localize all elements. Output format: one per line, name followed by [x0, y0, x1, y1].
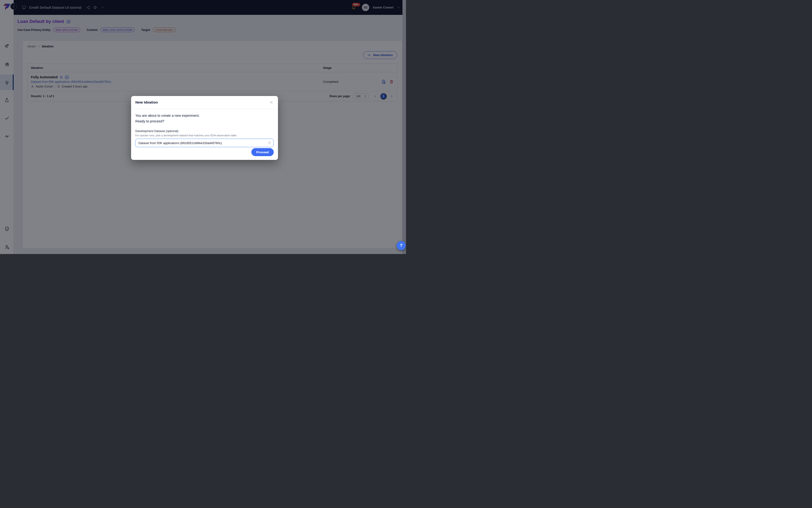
- modal-body-line1: You are about to create a new experiment…: [135, 114, 274, 118]
- dataset-input[interactable]: [135, 139, 274, 147]
- app-window: Credit Default Dataset UI tutorial ⚙: [0, 0, 406, 254]
- close-icon: [268, 141, 271, 144]
- dataset-field-label: Development Dataset (optional): [135, 129, 274, 133]
- proceed-button[interactable]: Proceed: [251, 148, 274, 156]
- help-button[interactable]: ?: [397, 241, 406, 250]
- close-icon: [269, 100, 273, 104]
- modal-body-line2: Ready to proceed?: [135, 119, 274, 123]
- modal-title: New Ideation: [135, 100, 158, 104]
- modal-close-button[interactable]: [269, 100, 274, 105]
- clear-dataset-button[interactable]: [268, 141, 271, 144]
- dataset-field-help: For quicker runs, pick a development dat…: [135, 134, 274, 137]
- new-ideation-modal: New Ideation You are about to create a n…: [131, 96, 278, 160]
